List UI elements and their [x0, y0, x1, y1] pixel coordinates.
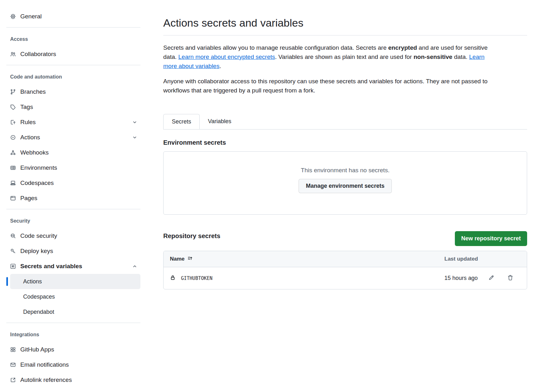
asterisk-box-icon	[10, 263, 16, 269]
sidebar-item-secrets-and-variables[interactable]: Secrets and variables	[6, 259, 140, 274]
selected-accent-bar	[6, 277, 8, 286]
sidebar-item-rules[interactable]: Rules	[6, 115, 140, 130]
sidebar-item-label: General	[20, 13, 42, 20]
sidebar-item-autolink-references[interactable]: Autolink references	[6, 372, 140, 388]
repository-secrets-heading: Repository secrets	[163, 232, 220, 240]
browser-icon	[10, 195, 16, 201]
table-row: GITHUBTOKEN 15 hours ago	[164, 267, 527, 289]
sidebar-item-pages[interactable]: Pages	[6, 191, 140, 206]
sidebar-item-github-apps[interactable]: GitHub Apps	[6, 342, 140, 357]
secret-name: GITHUBTOKEN	[181, 275, 212, 281]
sidebar-item-label: Tags	[20, 104, 33, 111]
tab-variables[interactable]: Variables	[200, 114, 240, 129]
sidebar-item-code-security[interactable]: Code security	[6, 228, 140, 243]
sidebar-section-security: Security	[6, 217, 140, 225]
sidebar-divider	[6, 27, 140, 28]
secret-last-updated: 15 hours ago	[444, 275, 482, 281]
column-name-label: Name	[170, 256, 184, 262]
server-icon	[10, 165, 16, 171]
sidebar-item-collaborators[interactable]: Collaborators	[6, 47, 140, 62]
sidebar-subitem-dependabot[interactable]: Dependabot	[10, 304, 140, 319]
sidebar-item-label: Rules	[20, 119, 36, 126]
intro-paragraph: Secrets and variables allow you to manag…	[163, 43, 499, 71]
sidebar-item-tags[interactable]: Tags	[6, 99, 140, 115]
sidebar-item-deploy-keys[interactable]: Deploy keys	[6, 243, 140, 259]
sidebar-item-label: Dependabot	[23, 309, 54, 315]
apps-grid-icon	[10, 347, 16, 352]
sidebar-section-access: Access	[6, 35, 140, 43]
main-content: Actions secrets and variables Secrets an…	[146, 0, 549, 392]
column-header-last-updated: Last updated	[444, 256, 520, 262]
sidebar-item-label: Pages	[20, 195, 37, 202]
pencil-icon	[488, 275, 494, 282]
sidebar-subitem-codespaces[interactable]: Codespaces	[10, 289, 140, 304]
sidebar-divider	[6, 323, 140, 323]
webhook-icon	[10, 150, 16, 155]
sidebar-item-label: Autolink references	[20, 376, 72, 383]
intro-text: data.	[452, 54, 469, 60]
new-repository-secret-button[interactable]: New repository secret	[455, 231, 527, 246]
manage-environment-secrets-button[interactable]: Manage environment secrets	[299, 179, 392, 193]
sidebar-item-label: Actions	[23, 278, 42, 285]
gear-icon	[10, 14, 16, 19]
play-icon	[10, 135, 16, 140]
sidebar-item-webhooks[interactable]: Webhooks	[6, 145, 140, 160]
sidebar-item-label: Actions	[20, 134, 40, 141]
key-icon	[10, 248, 16, 254]
tab-secrets[interactable]: Secrets	[163, 114, 200, 129]
codescan-icon	[10, 233, 16, 239]
edit-secret-button[interactable]	[487, 273, 496, 283]
settings-sidebar: General Access Collaborators Code and au…	[0, 0, 146, 392]
rules-icon	[10, 119, 16, 125]
chevron-up-icon	[132, 264, 137, 269]
environment-secrets-empty-box: This environment has no secrets. Manage …	[163, 151, 527, 215]
delete-secret-button[interactable]	[506, 273, 515, 283]
collaborator-access-note: Anyone with collaborator access to this …	[163, 77, 499, 95]
page-title: Actions secrets and variables	[163, 16, 527, 35]
secrets-variables-tabnav: Secrets Variables	[163, 114, 527, 130]
tag-icon	[10, 104, 16, 110]
table-header-row: Name Last updated	[164, 251, 527, 267]
intro-bold-non-sensitive: non-sensitive	[414, 54, 452, 60]
sidebar-item-email-notifications[interactable]: Email notifications	[6, 357, 140, 372]
secret-name-cell: GITHUBTOKEN	[170, 275, 444, 282]
sidebar-item-label: Code security	[20, 232, 57, 239]
repository-secrets-header: Repository secrets New repository secret	[163, 231, 527, 246]
sidebar-item-label: Codespaces	[23, 294, 55, 300]
sidebar-item-label: Collaborators	[20, 51, 56, 58]
intro-text: .	[219, 63, 221, 69]
mail-icon	[10, 362, 16, 368]
sidebar-item-label: Webhooks	[20, 149, 48, 156]
sidebar-item-general[interactable]: General	[6, 9, 140, 24]
sidebar-item-label: Environments	[20, 164, 57, 171]
sidebar-item-actions[interactable]: Actions	[6, 130, 140, 145]
sidebar-item-label: Email notifications	[20, 361, 69, 368]
sidebar-item-label: Codespaces	[20, 180, 54, 187]
sort-ascending-icon	[187, 256, 193, 262]
environment-empty-message: This environment has no secrets.	[164, 167, 527, 174]
sidebar-divider	[6, 65, 140, 65]
sidebar-subitem-actions[interactable]: Actions	[10, 274, 140, 289]
sidebar-item-environments[interactable]: Environments	[6, 160, 140, 175]
lock-icon	[170, 275, 176, 282]
environment-secrets-heading: Environment secrets	[163, 139, 527, 146]
intro-bold-encrypted: encrypted	[388, 44, 417, 51]
sidebar-item-codespaces[interactable]: Codespaces	[6, 175, 140, 191]
sidebar-divider	[6, 209, 140, 209]
people-icon	[10, 51, 16, 57]
intro-text: Secrets and variables allow you to manag…	[163, 44, 388, 51]
sidebar-item-label: Secrets and variables	[20, 263, 82, 270]
sidebar-section-integrations: Integrations	[6, 331, 140, 339]
trash-icon	[507, 275, 513, 282]
sidebar-section-code-automation: Code and automation	[6, 73, 140, 81]
sidebar-item-label: GitHub Apps	[20, 346, 54, 353]
learn-more-encrypted-secrets-link[interactable]: Learn more about encrypted secrets	[178, 54, 275, 60]
chevron-down-icon	[132, 135, 137, 140]
column-header-name[interactable]: Name	[170, 256, 444, 262]
codespaces-icon	[10, 180, 16, 186]
sidebar-item-branches[interactable]: Branches	[6, 84, 140, 99]
cross-reference-icon	[10, 377, 16, 383]
chevron-down-icon	[132, 120, 137, 125]
settings-page: General Access Collaborators Code and au…	[0, 0, 549, 392]
intro-text: . Variables are shown as plain text and …	[275, 54, 414, 60]
